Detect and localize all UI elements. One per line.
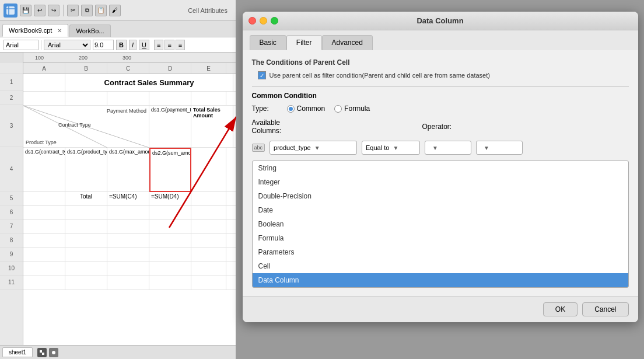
dialog-close-button[interactable]: [249, 17, 256, 25]
cell-d6[interactable]: [149, 206, 191, 220]
parent-cell-checkbox[interactable]: [258, 71, 266, 79]
dropdown-item-string[interactable]: String: [253, 161, 628, 175]
cell-d10[interactable]: [149, 262, 191, 276]
italic-button[interactable]: I: [129, 40, 136, 50]
value-select-1[interactable]: ▼: [425, 141, 471, 155]
cell-d11[interactable]: [149, 276, 191, 290]
radio-common-button[interactable]: [287, 105, 295, 113]
cell-c2[interactable]: [107, 92, 149, 106]
cell-a7[interactable]: [23, 220, 65, 234]
paste-button[interactable]: 📋: [95, 5, 107, 16]
cell-e5[interactable]: [191, 192, 226, 206]
cell-e4[interactable]: [191, 148, 226, 192]
cell-a5[interactable]: [23, 192, 65, 206]
cell-b11[interactable]: [65, 276, 107, 290]
cell-b9[interactable]: [65, 248, 107, 262]
cell-c10[interactable]: [107, 262, 149, 276]
cell-merged-header[interactable]: Payment Method Contract Type Product Typ…: [23, 106, 149, 148]
redo-button[interactable]: ↪: [48, 5, 60, 16]
align-center-button[interactable]: ≡: [164, 40, 174, 50]
operator-select[interactable]: Equal to ▼: [362, 141, 420, 155]
tab-basic[interactable]: Basic: [250, 35, 286, 50]
dropdown-item-data-column[interactable]: Data Column: [253, 273, 628, 287]
dialog-maximize-button[interactable]: [271, 17, 278, 25]
font-name-select[interactable]: Arial: [44, 40, 90, 50]
cell-c4[interactable]: ds1.G(max_amount): [107, 148, 149, 192]
dialog-minimize-button[interactable]: [260, 17, 267, 25]
cell-a6[interactable]: [23, 206, 65, 220]
cell-d8[interactable]: [149, 234, 191, 248]
cell-a10[interactable]: [23, 262, 65, 276]
align-right-button[interactable]: ≡: [176, 40, 185, 50]
dropdown-item-parameters[interactable]: Parameters: [253, 245, 628, 259]
cell-d9[interactable]: [149, 248, 191, 262]
cell-b4[interactable]: ds1.G(product_type): [65, 148, 107, 192]
radio-common[interactable]: Common: [287, 104, 326, 113]
cell-d2[interactable]: [149, 92, 191, 106]
cell-d7[interactable]: [149, 220, 191, 234]
cell-e1[interactable]: [233, 74, 236, 91]
cell-a1[interactable]: [23, 74, 65, 91]
cell-e2[interactable]: [191, 92, 226, 106]
cell-e7[interactable]: [191, 220, 226, 234]
undo-button[interactable]: ↩: [34, 5, 46, 16]
cell-a4[interactable]: ds1.G(contract_type): [23, 148, 65, 192]
tab-workbook9[interactable]: WorkBook9.cpt ✕: [2, 24, 68, 37]
dropdown-item-integer[interactable]: Integer: [253, 175, 628, 189]
cell-d5[interactable]: =SUM(D4): [149, 192, 191, 206]
cell-reference-input[interactable]: [4, 40, 38, 50]
cell-b6[interactable]: [65, 206, 107, 220]
tab-close-icon[interactable]: ✕: [57, 27, 62, 34]
cell-e6[interactable]: [191, 206, 226, 220]
cell-a11[interactable]: [23, 276, 65, 290]
cell-b10[interactable]: [65, 262, 107, 276]
dropdown-item-double[interactable]: Double-Precision: [253, 189, 628, 203]
sheet-tab-sheet1[interactable]: sheet1: [2, 347, 33, 357]
value-select-2[interactable]: ▼: [476, 141, 523, 155]
dropdown-item-boolean[interactable]: Boolean: [253, 217, 628, 231]
cell-e11[interactable]: [191, 276, 226, 290]
cell-e8[interactable]: [191, 234, 226, 248]
cell-d4[interactable]: ds2.G(sum_amount): [149, 148, 191, 192]
available-columns-select[interactable]: product_type ▼: [270, 141, 357, 155]
cell-a8[interactable]: [23, 234, 65, 248]
tab-workbook2[interactable]: WorkBo...: [69, 25, 110, 37]
font-size-input[interactable]: [93, 40, 114, 50]
cell-a2[interactable]: [23, 92, 65, 106]
radio-formula-button[interactable]: [334, 105, 342, 113]
bold-button[interactable]: B: [116, 40, 127, 50]
dropdown-item-date[interactable]: Date: [253, 203, 628, 217]
cell-e3[interactable]: [233, 106, 236, 148]
cell-e9[interactable]: [191, 248, 226, 262]
save-button[interactable]: 💾: [20, 5, 32, 16]
cell-c7[interactable]: [107, 220, 149, 234]
ok-button[interactable]: OK: [543, 302, 578, 316]
dropdown-item-cell[interactable]: Cell: [253, 259, 628, 273]
cell-title[interactable]: Contract Sales Summary: [65, 74, 233, 91]
cell-b2[interactable]: [65, 92, 107, 106]
underline-button[interactable]: U: [139, 40, 149, 50]
sheet-nav-icon[interactable]: [37, 348, 47, 357]
tab-filter[interactable]: Filter: [286, 35, 322, 50]
cancel-button[interactable]: Cancel: [582, 302, 628, 316]
cell-e10[interactable]: [191, 262, 226, 276]
cell-c5[interactable]: =SUM(C4): [107, 192, 149, 206]
cell-c8[interactable]: [107, 234, 149, 248]
align-left-button[interactable]: ≡: [154, 40, 163, 50]
cell-b8[interactable]: [65, 234, 107, 248]
dropdown-item-formula[interactable]: Formula: [253, 231, 628, 245]
tab-advanced[interactable]: Advanced: [322, 35, 373, 50]
radio-formula[interactable]: Formula: [334, 104, 370, 113]
cell-c11[interactable]: [107, 276, 149, 290]
cell-a9[interactable]: [23, 248, 65, 262]
copy-button[interactable]: ⧉: [81, 5, 93, 16]
cut-button[interactable]: ✂: [67, 5, 79, 16]
cell-b5[interactable]: Total: [65, 192, 107, 206]
cell-c3[interactable]: ds1.G(payment_type): [149, 106, 191, 148]
cell-c6[interactable]: [107, 206, 149, 220]
format-button[interactable]: 🖌: [109, 5, 121, 16]
sheet-view-icon[interactable]: [49, 348, 58, 357]
cell-d3[interactable]: Total Sales Amount: [191, 106, 233, 148]
cell-b7[interactable]: [65, 220, 107, 234]
cell-c9[interactable]: [107, 248, 149, 262]
